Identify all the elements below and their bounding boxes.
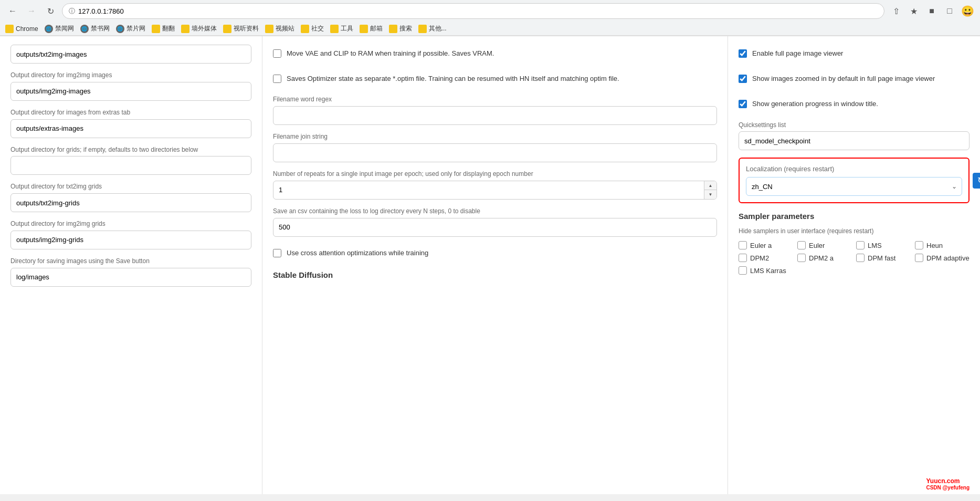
watermark-subtext: CSDN @yefufeng (926, 485, 970, 490)
address-bar: ⓘ 127.0.0.1:7860 (62, 3, 884, 19)
folder-icon-3 (223, 25, 231, 33)
localization-select[interactable]: None zh_CN en_US (746, 177, 962, 196)
bookmark-other[interactable]: 其他... (418, 24, 447, 33)
sampler-lms: LMS (856, 241, 911, 249)
grids-output-input[interactable] (10, 156, 251, 175)
txt2img-output-input[interactable] (10, 45, 251, 64)
bookmark-label: Chrome (16, 25, 38, 33)
bookmark-label: 社交 (311, 24, 324, 33)
spinner-down[interactable]: ▼ (704, 190, 716, 199)
bookmark-sousuo[interactable]: 搜索 (389, 24, 412, 33)
filename-word-regex-input[interactable] (273, 106, 717, 125)
bookmark-label: 视听资料 (234, 24, 259, 33)
forward-button[interactable]: → (24, 4, 39, 18)
spinner-buttons: ▲ ▼ (704, 181, 716, 199)
stable-diffusion-title: Stable Diffusion (273, 270, 717, 279)
quicksettings-group: Quicksettings list (739, 121, 970, 151)
sampler-euler-a-label: Euler a (750, 242, 772, 249)
bookmark-label: 墙外媒体 (192, 24, 217, 33)
grids-output-group: Output directory for grids; if empty, de… (10, 145, 251, 175)
repeats-group: Number of repeats for a single input ima… (273, 170, 717, 200)
full-page-viewer-label: Enable full page image viewer (752, 49, 843, 58)
sampler-dpm2-checkbox[interactable] (739, 254, 747, 262)
refresh-button[interactable]: ↻ (43, 4, 58, 18)
progress-title-checkbox[interactable] (739, 100, 747, 108)
optimizer-checkbox[interactable] (273, 75, 281, 83)
save-dir-input[interactable] (10, 268, 251, 287)
cross-attention-checkbox[interactable] (273, 249, 281, 257)
bookmark-label: 禁片网 (127, 24, 145, 33)
extras-output-input[interactable] (10, 119, 251, 138)
bookmark-icon[interactable]: ★ (907, 4, 921, 18)
filename-join-string-group: Filename join string (273, 132, 717, 162)
sampler-dpm-fast-label: DPM fast (868, 254, 895, 262)
sampler-lms-checkbox[interactable] (856, 241, 865, 249)
zoomed-viewer-checkbox[interactable] (739, 75, 747, 83)
sampler-dpm-fast-checkbox[interactable] (856, 254, 865, 262)
full-page-viewer-checkbox[interactable] (739, 49, 747, 58)
watermark: Yuucn.com CSDN @yefufeng (926, 477, 970, 490)
left-column: Output directory for img2img images Outp… (0, 36, 262, 494)
filename-join-string-input[interactable] (273, 143, 717, 162)
tab-icon[interactable]: □ (942, 4, 957, 18)
right-column: Enable full page image viewer Show image… (728, 36, 980, 494)
folder-icon-5 (301, 25, 309, 33)
bookmark-jinshu[interactable]: 🌐 禁书网 (80, 24, 110, 33)
toolbar-icons: ⇧ ★ ■ □ 😀 (889, 4, 975, 18)
back-button[interactable]: ← (5, 4, 20, 18)
bookmark-gongju[interactable]: 工具 (330, 24, 353, 33)
bookmark-qiangwai[interactable]: 墙外媒体 (181, 24, 217, 33)
sampler-lms-karras-checkbox[interactable] (739, 266, 747, 275)
vae-checkbox[interactable] (273, 49, 281, 58)
refresh-localization-button[interactable]: ↻ (973, 173, 980, 189)
share-icon[interactable]: ⇧ (889, 4, 903, 18)
csv-input[interactable] (273, 218, 717, 237)
sampler-dpm-fast: DPM fast (856, 254, 911, 262)
folder-icon-8 (389, 25, 397, 33)
sampler-euler-checkbox[interactable] (797, 241, 806, 249)
sampler-hide-label: Hide samplers in user interface (require… (739, 227, 970, 236)
extensions-icon[interactable]: ■ (924, 4, 939, 18)
img2img-output-label: Output directory for img2img images (10, 71, 251, 80)
img2img-output-group: Output directory for img2img images (10, 71, 251, 101)
sampler-euler-label: Euler (809, 242, 825, 249)
bookmark-shiting[interactable]: 视听资料 (223, 24, 259, 33)
bookmark-shejiao[interactable]: 社交 (301, 24, 324, 33)
zoomed-viewer-row: Show images zoomed in by default in full… (739, 70, 970, 88)
sampler-dpm2a-checkbox[interactable] (797, 254, 806, 262)
sampler-heun: Heun (915, 241, 970, 249)
sampler-dpm-adaptive-label: DPM adaptive (926, 254, 970, 262)
quicksettings-input[interactable] (739, 131, 970, 150)
bookmark-fanfan[interactable]: 翻翻 (152, 24, 175, 33)
bookmark-youxiang[interactable]: 邮箱 (360, 24, 383, 33)
bookmark-chrome[interactable]: Chrome (5, 25, 38, 33)
profile-icon[interactable]: 😀 (960, 4, 975, 18)
img2img-output-input[interactable] (10, 82, 251, 101)
img2img-grids-input[interactable] (10, 231, 251, 249)
repeats-input[interactable] (273, 181, 717, 200)
bookmark-jinpian[interactable]: 🌐 禁片网 (116, 24, 145, 33)
cross-attention-checkbox-row: Use cross attention optimizations while … (273, 244, 717, 262)
vae-checkbox-row: Move VAE and CLIP to RAM when training i… (273, 45, 717, 62)
txt2img-grids-input[interactable] (10, 193, 251, 212)
bookmark-shipinzhan[interactable]: 视频站 (265, 24, 294, 33)
bookmark-label: 视频站 (276, 24, 294, 33)
sampler-lms-label: LMS (868, 242, 882, 249)
progress-title-row: Show generation progress in window title… (739, 95, 970, 113)
zoomed-viewer-label: Show images zoomed in by default in full… (752, 74, 935, 84)
sampler-dpm-adaptive-checkbox[interactable] (915, 254, 923, 262)
globe-icon-3: 🌐 (116, 25, 124, 33)
spinner-up[interactable]: ▲ (704, 181, 716, 191)
sampler-dpm-adaptive: DPM adaptive (915, 254, 970, 262)
sampler-lms-karras-label: LMS Karras (750, 267, 786, 275)
sampler-euler-a-checkbox[interactable] (739, 241, 747, 249)
bookmark-jinwen[interactable]: 🌐 禁闻网 (45, 24, 74, 33)
sampler-dpm2: DPM2 (739, 254, 793, 262)
url-input[interactable]: 127.0.0.1:7860 (78, 7, 878, 15)
repeats-label: Number of repeats for a single input ima… (273, 170, 717, 179)
sampler-heun-label: Heun (926, 242, 943, 249)
save-dir-group: Directory for saving images using the Sa… (10, 257, 251, 287)
sampler-heun-checkbox[interactable] (915, 241, 923, 249)
folder-icon-1 (152, 25, 160, 33)
browser-chrome: ← → ↻ ⓘ 127.0.0.1:7860 ⇧ ★ ■ □ 😀 Chrome … (0, 0, 980, 36)
